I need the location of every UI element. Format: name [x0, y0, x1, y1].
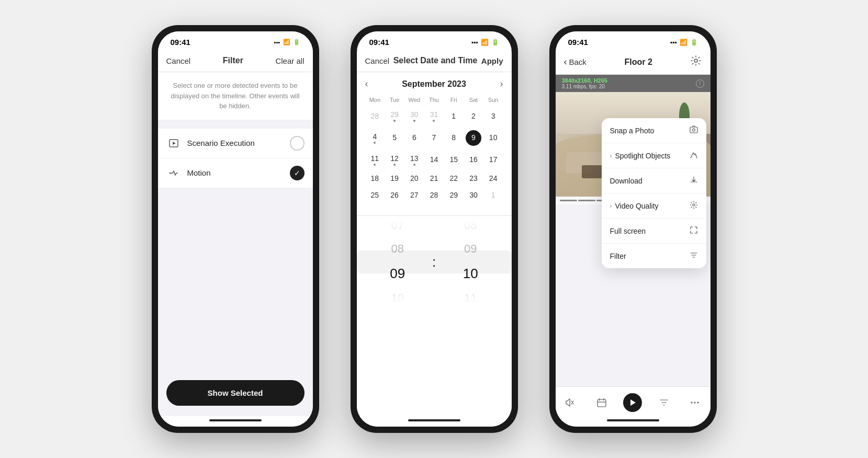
more-button[interactable]	[685, 393, 704, 412]
header-mon: Mon	[365, 96, 385, 104]
home-bar-3	[607, 419, 659, 421]
cam-small-table	[582, 165, 603, 178]
filter-toolbar-button[interactable]	[655, 393, 673, 412]
filter-item-motion[interactable]: Motion ✓	[158, 158, 313, 188]
cal-cell-9-selected[interactable]: 9	[464, 127, 483, 149]
cal-cell-23[interactable]: 23	[464, 171, 483, 186]
time-picker[interactable]: 06 07 08 09 10 11 : 07 08 09 10 11 12	[357, 220, 512, 304]
back-button[interactable]: ‹ Back	[564, 56, 587, 67]
cal-cell-1[interactable]: 1	[444, 107, 464, 125]
spotlight-objects-menu-item[interactable]: › Spotlight Objects	[602, 143, 706, 168]
svg-point-8	[691, 402, 692, 404]
cal-cell-2[interactable]: 2	[464, 107, 483, 125]
download-menu-item[interactable]: Download	[602, 168, 706, 193]
cal-week-5: 25 26 27 28 29 30 1	[365, 188, 503, 203]
hours-column[interactable]: 06 07 08 09 10 11	[365, 220, 430, 304]
cal-cell-27[interactable]: 27	[404, 188, 424, 203]
cal-cell-19[interactable]: 19	[385, 171, 404, 186]
cal-week-3: 11 12 13 14 15 16 17	[365, 151, 503, 169]
cal-cell-5[interactable]: 5	[385, 127, 404, 149]
hour-08: 08	[365, 237, 430, 261]
cal-cell-30[interactable]: 30	[464, 188, 483, 203]
cal-cell-13[interactable]: 13	[404, 151, 424, 169]
calendar-header-row: Mon Tue Wed Thu Fri Sat Sun	[365, 96, 503, 104]
clear-all-button[interactable]: Clear all	[275, 56, 304, 65]
motion-toggle[interactable]: ✓	[290, 166, 305, 180]
cal-cell-25[interactable]: 25	[365, 188, 385, 203]
cal-cell-15[interactable]: 15	[444, 151, 464, 169]
cal-cell-4[interactable]: 4	[365, 127, 385, 149]
cal-cell-6[interactable]: 6	[404, 127, 424, 149]
cal-cell-29[interactable]: 29	[444, 188, 464, 203]
scenario-toggle[interactable]	[290, 136, 305, 151]
video-quality-menu-item[interactable]: › Video Quality	[602, 193, 706, 219]
download-icon	[690, 176, 698, 186]
show-selected-button[interactable]: Show Selected	[166, 380, 305, 406]
camera-feed-area: Snap a Photo › Spotlight Objects	[556, 92, 711, 386]
cal-cell-17[interactable]: 17	[483, 151, 503, 169]
prev-month-button[interactable]: ‹	[365, 78, 368, 89]
cal-cell-26[interactable]: 26	[385, 188, 404, 203]
play-button[interactable]	[623, 393, 642, 412]
calendar-apply-button[interactable]: Apply	[481, 56, 503, 65]
cancel-button[interactable]: Cancel	[166, 56, 191, 65]
cal-cell-29-prev[interactable]: 29	[385, 107, 404, 125]
header-fri: Fri	[444, 96, 464, 104]
info-icon[interactable]: i	[696, 79, 704, 88]
calendar-cancel-button[interactable]: Cancel	[365, 56, 390, 65]
next-month-button[interactable]: ›	[500, 78, 503, 89]
cal-cell-21[interactable]: 21	[424, 171, 444, 186]
video-quality-gear-icon	[690, 201, 698, 211]
cal-cell-14[interactable]: 14	[424, 151, 444, 169]
status-bar-1: 09:41 ▪▪▪ 📶 🔋	[158, 31, 313, 50]
svg-marker-7	[630, 399, 636, 406]
cal-cell-20[interactable]: 20	[404, 171, 424, 186]
cal-cell-31-prev[interactable]: 31	[424, 107, 444, 125]
cal-cell-28-prev[interactable]: 28	[365, 107, 385, 125]
wifi-icon-3: 📶	[680, 39, 687, 46]
header-wed: Wed	[404, 96, 424, 104]
back-chevron-icon: ‹	[564, 56, 567, 67]
header-sat: Sat	[464, 96, 483, 104]
cal-cell-28[interactable]: 28	[424, 188, 444, 203]
hour-10: 10	[365, 287, 430, 304]
status-bar-3: 09:41 ▪▪▪ 📶 🔋	[556, 31, 711, 50]
cal-cell-22[interactable]: 22	[444, 171, 464, 186]
svg-point-4	[692, 129, 695, 131]
status-icons-2: ▪▪▪ 📶 🔋	[471, 39, 499, 46]
cal-cell-8[interactable]: 8	[444, 127, 464, 149]
min-08: 08	[438, 220, 503, 237]
motion-label: Motion	[187, 168, 284, 177]
cal-cell-3[interactable]: 3	[483, 107, 503, 125]
cal-cell-24[interactable]: 24	[483, 171, 503, 186]
cam-resolution: 3840x2160, H265	[562, 77, 607, 84]
snap-photo-label: Snap a Photo	[610, 127, 655, 135]
minutes-column[interactable]: 07 08 09 10 11 12	[438, 220, 503, 304]
settings-button[interactable]	[690, 55, 702, 69]
calendar-button[interactable]	[592, 393, 611, 412]
cal-cell-10[interactable]: 10	[483, 127, 503, 149]
phone-1: 09:41 ▪▪▪ 📶 🔋 Cancel Filter Clear all Se…	[152, 25, 319, 433]
svg-rect-6	[598, 399, 606, 407]
cal-cell-12[interactable]: 12	[385, 151, 404, 169]
snap-photo-menu-item[interactable]: Snap a Photo	[602, 118, 706, 143]
filter-menu-item[interactable]: Filter	[602, 244, 706, 268]
status-time-3: 09:41	[568, 38, 588, 47]
mute-button[interactable]	[561, 393, 580, 412]
cal-cell-18[interactable]: 18	[365, 171, 385, 186]
calendar-nav-bar: Cancel Select Date and Time Apply	[357, 50, 512, 72]
cal-week-2: 4 5 6 7 8 9 10	[365, 127, 503, 149]
signal-icon-1: ▪▪▪	[274, 39, 280, 45]
cal-cell-16[interactable]: 16	[464, 151, 483, 169]
cal-cell-1-next[interactable]: 1	[483, 188, 503, 203]
fullscreen-menu-item[interactable]: Full screen	[602, 219, 706, 244]
hour-07: 07	[365, 220, 430, 237]
camera-info-bar: 3840x2160, H265 3.11 mbps, fps: 20 i	[556, 75, 711, 92]
spotlight-objects-label: Spotlight Objects	[615, 152, 671, 160]
cal-cell-30-prev[interactable]: 30	[404, 107, 424, 125]
calendar-divider	[357, 215, 512, 216]
cal-cell-7[interactable]: 7	[424, 127, 444, 149]
cal-cell-11[interactable]: 11	[365, 151, 385, 169]
filter-list: Scenario Execution Motion ✓	[158, 129, 313, 188]
filter-item-scenario[interactable]: Scenario Execution	[158, 129, 313, 158]
